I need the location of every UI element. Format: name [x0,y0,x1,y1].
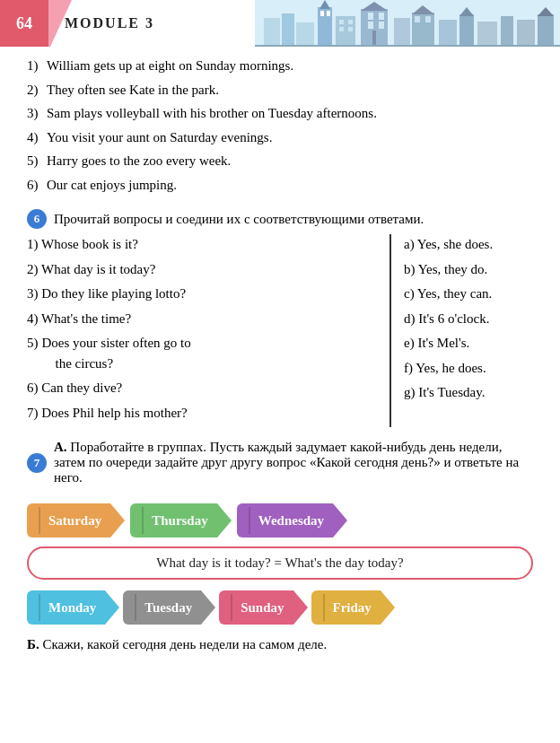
svg-rect-31 [538,14,554,47]
svg-rect-6 [320,11,324,16]
answer-item: d) It's 6 o'clock. [404,309,533,329]
question-item: 5)Does your sister often go to the circu… [27,333,382,373]
day-label: Wednesday [249,503,333,538]
scroll-curl [219,590,232,625]
answers-column: a) Yes, she does. b) Yes, they do. c) Ye… [389,234,533,427]
day-label: Friday [324,590,381,625]
answer-item: a) Yes, she does. [404,234,533,255]
item-text: Sam plays volleyball with his brother on… [47,103,377,124]
exercise6-badge: 6 [27,209,47,229]
matching-section: 1) Whose book is it? 2) What day is it t… [27,234,533,427]
day-friday: Friday [311,590,395,625]
equation-box: What day is it today? = What's the day t… [27,546,533,580]
svg-rect-18 [379,22,384,29]
day-label: Saturday [39,503,110,538]
svg-rect-20 [394,18,410,47]
days-row-1: Saturday Thursday Wednesday [27,503,533,538]
day-monday: Monday [27,590,119,625]
arrow-point [105,590,119,625]
svg-rect-17 [368,22,373,29]
item-text: They often see Kate in the park. [47,80,219,101]
page-number: 64 [0,0,48,47]
exercise5-list: 1) William gets up at eight on Sunday mo… [27,56,533,195]
svg-rect-24 [425,16,431,22]
svg-rect-28 [477,22,497,47]
exercise7-header: 7 А. Поработайте в группах. Пусть каждый… [27,440,533,485]
svg-rect-23 [415,16,420,22]
questions-column: 1) Whose book is it? 2) What day is it t… [27,234,389,427]
list-item: 3) Sam plays volleyball with his brother… [27,103,533,124]
svg-rect-9 [339,20,344,24]
exercise7-badge: 7 [27,453,47,473]
svg-rect-3 [296,22,314,47]
item-text: You visit your aunt on Saturday evenings… [47,127,272,148]
scroll-curl [311,590,324,625]
item-number: 2) [27,80,47,101]
svg-rect-33 [255,45,560,47]
page-header: 64 MODULE 3 [0,0,560,47]
exercise7-part-b: Б. Скажи, какой сегодня день недели на с… [27,637,533,652]
svg-rect-12 [348,27,353,31]
day-label: Sunday [232,590,293,625]
arrow-point [381,590,395,625]
question-item: 1) Whose book is it? [27,234,382,255]
answer-item: e) It's Mel's. [404,333,533,354]
item-text: Our cat enjoys jumping. [47,175,177,196]
svg-rect-2 [282,13,294,47]
part-b-label: Б. [27,637,39,651]
answer-item: g) It's Tuesday. [404,382,533,403]
day-saturday: Saturday [27,503,125,538]
svg-rect-30 [517,20,535,47]
item-number: 3) [27,103,47,124]
question-item: 7) Does Phil help his mother? [27,403,382,424]
svg-rect-15 [368,13,373,20]
days-row-2: Monday Tuesday Sunday Friday [27,590,533,625]
arrow-point [293,590,308,625]
main-content: 1) William gets up at eight on Sunday mo… [0,47,560,667]
part-b-instruction: Скажи, какой сегодня день недели на само… [42,637,327,651]
answer-item: b) Yes, they do. [404,259,533,280]
svg-rect-1 [264,18,280,47]
item-number: 1) [27,56,47,76]
svg-rect-16 [379,13,384,20]
scroll-curl [27,503,39,538]
header-illustration [255,0,560,47]
svg-rect-25 [439,20,457,47]
svg-rect-7 [327,11,330,16]
arrow-point [110,503,125,538]
question-item: 3) Do they like playing lotto? [27,284,382,304]
item-number: 4) [27,127,47,148]
exercise6-instruction: Прочитай вопросы и соедини их с соответс… [54,212,424,227]
answer-item: c) Yes, they can. [404,284,533,304]
arrow-point [201,590,215,625]
exercise6-header: 6 Прочитай вопросы и соедини их с соотве… [27,209,424,229]
answer-item: f) Yes, he does. [404,358,533,379]
day-label: Thursday [143,503,217,538]
exercise7-instruction-a: Поработайте в группах. Пусть каждый заду… [54,440,519,485]
item-text: Harry goes to the zoo every week. [47,151,231,171]
scroll-curl [27,590,39,625]
arrow-point [217,503,232,538]
svg-rect-10 [348,20,353,24]
scroll-curl [237,503,249,538]
list-item: 6) Our cat enjoys jumping. [27,175,533,196]
list-item: 1) William gets up at eight on Sunday mo… [27,56,533,76]
svg-rect-19 [372,31,376,47]
item-text: William gets up at eight on Sunday morni… [47,56,293,76]
day-label: Tuesday [136,590,201,625]
item-number: 5) [27,151,47,171]
item-number: 6) [27,175,47,196]
svg-rect-29 [501,16,513,47]
day-tuesday: Tuesday [123,590,215,625]
day-wednesday: Wednesday [237,503,347,538]
question-item: 4) What's the time? [27,309,382,329]
scroll-curl [130,503,143,538]
day-label: Monday [39,590,105,625]
exercise7-part-a-label: А. Поработайте в группах. Пусть каждый з… [54,440,533,485]
day-sunday: Sunday [219,590,307,625]
day-thursday: Thursday [130,503,232,538]
question-item: 6) Can they dive? [27,378,382,398]
scroll-curl [123,590,136,625]
question-item: 2) What day is it today? [27,259,382,280]
arrow-point [333,503,347,538]
